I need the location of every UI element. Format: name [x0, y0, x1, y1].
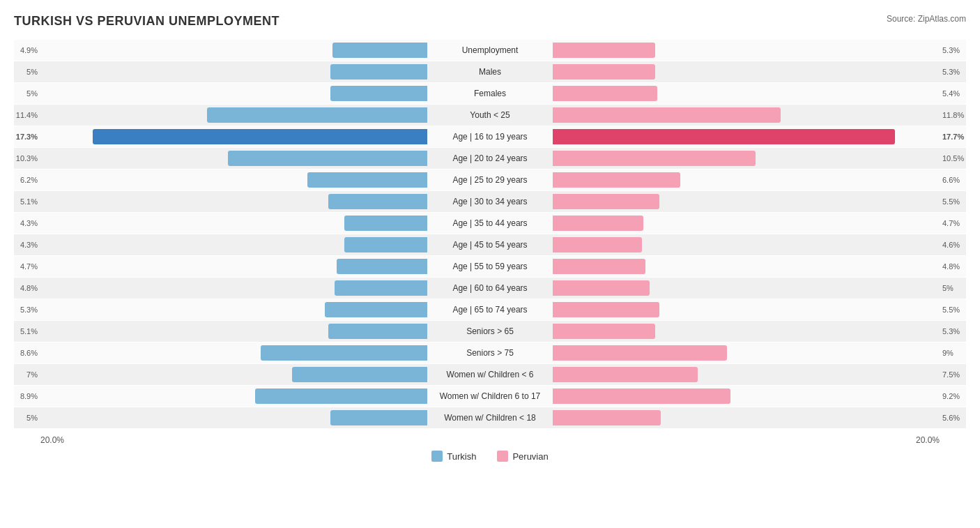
bar-peruvian [553, 172, 680, 188]
chart-row: 5% Women w/ Children < 18 5.6% [14, 407, 966, 428]
legend-turkish-label: Turkish [447, 451, 476, 462]
bar-turkish [328, 324, 427, 339]
axis-right: 20.0% [916, 435, 940, 445]
row-label: Age | 65 to 74 years [427, 305, 553, 315]
left-bar-container [40, 345, 427, 361]
row-label: Males [427, 67, 553, 77]
row-label: Age | 20 to 24 years [427, 153, 553, 163]
right-bar-container [553, 64, 940, 80]
row-label: Females [427, 89, 553, 98]
bar-peruvian [553, 345, 727, 361]
right-value: 5.5% [940, 306, 966, 314]
bar-turkish [337, 259, 427, 274]
right-bar-container [553, 345, 940, 361]
chart-row: 5.1% Seniors > 65 5.3% [14, 321, 966, 342]
left-value: 5% [14, 89, 40, 98]
chart-row: 5% Males 5.3% [14, 61, 966, 82]
left-value: 4.3% [14, 219, 40, 227]
left-value: 5.1% [14, 197, 40, 206]
chart-row: 17.3% Age | 16 to 19 years 17.7% [14, 126, 966, 147]
left-value: 11.4% [14, 111, 40, 119]
row-label: Age | 25 to 29 years [427, 175, 553, 185]
row-label: Youth < 25 [427, 110, 553, 120]
right-bar-container [553, 324, 940, 339]
left-value: 4.8% [14, 284, 40, 292]
row-label: Unemployment [427, 45, 553, 55]
right-bar-container [553, 43, 940, 58]
bar-peruvian [553, 280, 650, 296]
chart-row: 11.4% Youth < 25 11.8% [14, 105, 966, 126]
row-label: Women w/ Children < 18 [427, 413, 553, 423]
row-label: Seniors > 65 [427, 326, 553, 336]
chart-row: 5.3% Age | 65 to 74 years 5.5% [14, 299, 966, 320]
left-bar-container [40, 151, 427, 166]
bar-turkish [330, 64, 427, 80]
bar-peruvian [553, 194, 659, 209]
bar-peruvian [553, 107, 781, 123]
right-value: 4.6% [940, 241, 966, 249]
legend-turkish: Turkish [431, 451, 476, 462]
legend-turkish-box [431, 451, 443, 462]
row-label: Age | 60 to 64 years [427, 283, 553, 293]
bar-turkish [330, 410, 427, 425]
right-bar-container [553, 410, 940, 425]
chart-row: 7% Women w/ Children < 6 7.5% [14, 364, 966, 385]
axis-left: 20.0% [40, 435, 64, 445]
right-bar-container [553, 129, 940, 144]
right-bar-container [553, 302, 940, 317]
row-label: Age | 55 to 59 years [427, 262, 553, 271]
right-bar-container [553, 389, 940, 404]
left-value: 4.7% [14, 262, 40, 271]
left-value: 17.3% [14, 133, 40, 141]
left-bar-container [40, 194, 427, 209]
legend: Turkish Peruvian [14, 451, 966, 462]
chart-row: 5.1% Age | 30 to 34 years 5.5% [14, 191, 966, 212]
bar-turkish [335, 280, 427, 296]
left-bar-container [40, 172, 427, 188]
left-value: 5.1% [14, 327, 40, 335]
left-value: 5% [14, 414, 40, 422]
left-value: 4.9% [14, 46, 40, 54]
right-value: 5% [940, 284, 966, 292]
bar-turkish [330, 86, 427, 101]
right-bar-container [553, 259, 940, 274]
left-bar-container [40, 367, 427, 382]
chart-row: 8.6% Seniors > 75 9% [14, 342, 966, 363]
left-value: 4.3% [14, 241, 40, 249]
chart-container: TURKISH VS PERUVIAN UNEMPLOYMENT Source:… [14, 14, 966, 462]
right-bar-container [553, 172, 940, 188]
left-value: 8.9% [14, 392, 40, 400]
bar-peruvian [553, 43, 655, 58]
chart-row: 4.7% Age | 55 to 59 years 4.8% [14, 256, 966, 277]
left-value: 6.2% [14, 176, 40, 184]
bar-turkish [307, 172, 427, 188]
row-label: Women w/ Children 6 to 17 [427, 391, 553, 401]
left-bar-container [40, 410, 427, 425]
chart-body: 4.9% Unemployment 5.3% 5% Males 5.3% 5% [14, 40, 966, 428]
right-bar-container [553, 216, 940, 231]
right-value: 9.2% [940, 392, 966, 400]
bar-turkish [261, 345, 427, 361]
right-value: 4.7% [940, 219, 966, 227]
left-bar-container [40, 280, 427, 296]
bar-peruvian [553, 216, 643, 231]
chart-row: 4.9% Unemployment 5.3% [14, 40, 966, 61]
right-value: 10.5% [940, 154, 966, 163]
chart-row: 8.9% Women w/ Children 6 to 17 9.2% [14, 386, 966, 407]
bar-turkish [292, 367, 427, 382]
right-value: 9% [940, 349, 966, 357]
right-value: 17.7% [940, 133, 966, 141]
right-bar-container [553, 86, 940, 101]
right-bar-container [553, 367, 940, 382]
bar-peruvian [553, 410, 661, 425]
chart-row: 10.3% Age | 20 to 24 years 10.5% [14, 148, 966, 169]
bar-turkish [325, 302, 427, 317]
chart-source: Source: ZipAtlas.com [887, 14, 966, 24]
right-value: 5.6% [940, 414, 966, 422]
left-bar-container [40, 64, 427, 80]
chart-row: 5% Females 5.4% [14, 83, 966, 104]
bar-peruvian [553, 389, 730, 404]
right-value: 7.5% [940, 370, 966, 379]
left-bar-container [40, 237, 427, 252]
left-value: 7% [14, 370, 40, 379]
